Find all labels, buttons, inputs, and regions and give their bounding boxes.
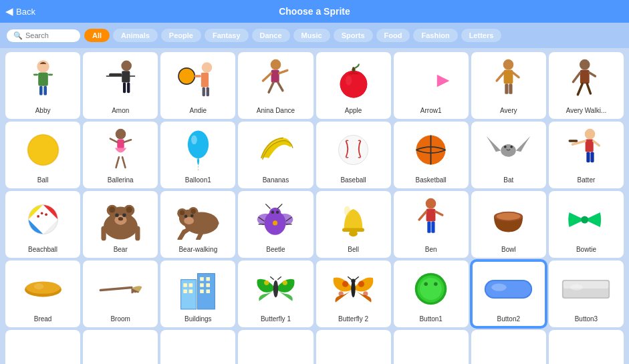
sprite-card[interactable]: Bowl xyxy=(471,191,546,258)
sprite-card[interactable] xyxy=(83,330,158,364)
sprite-card[interactable]: Bell xyxy=(316,191,391,258)
filter-btn-animals[interactable]: Animals xyxy=(113,29,158,42)
svg-point-6 xyxy=(121,61,132,71)
sprite-card[interactable]: Button3 xyxy=(549,260,624,327)
svg-rect-19 xyxy=(271,69,279,82)
sprite-card[interactable] xyxy=(316,330,391,364)
sprite-label: Ballerina xyxy=(87,176,154,184)
sprite-card[interactable]: Broom xyxy=(83,260,158,327)
sprite-label: Bowtie xyxy=(553,246,620,253)
svg-line-113 xyxy=(419,212,426,220)
svg-rect-11 xyxy=(127,83,130,94)
filter-bar: 🔍 AllAnimalsPeopleFantasyDanceMusicSport… xyxy=(0,23,629,48)
svg-point-77 xyxy=(115,213,118,216)
sprite-card[interactable]: Abby xyxy=(5,52,80,119)
svg-point-18 xyxy=(271,59,281,70)
svg-point-119 xyxy=(581,216,588,223)
sprite-card[interactable]: Ballerina xyxy=(83,122,158,188)
search-box[interactable]: 🔍 xyxy=(7,29,80,42)
sprite-card[interactable]: Bowtie xyxy=(549,191,624,258)
sprite-card[interactable]: Buildings xyxy=(160,260,235,327)
svg-point-75 xyxy=(126,206,132,212)
sprite-card[interactable]: Arrow1 xyxy=(394,52,469,119)
svg-point-48 xyxy=(188,130,209,158)
sprite-card[interactable]: Amon xyxy=(83,52,158,119)
sprite-image xyxy=(164,56,231,105)
sprite-card[interactable]: Bat xyxy=(471,122,546,188)
sprite-card[interactable]: Beachball xyxy=(5,191,80,258)
sprite-label: Baseball xyxy=(320,176,387,184)
sprite-card[interactable]: Avery xyxy=(471,52,546,119)
sprite-card[interactable]: Balloon1 xyxy=(160,122,235,188)
search-input[interactable] xyxy=(25,31,72,39)
sprite-image xyxy=(9,195,76,244)
svg-rect-135 xyxy=(207,283,211,287)
filter-btn-sports[interactable]: Sports xyxy=(334,29,373,42)
sprite-card[interactable]: Ball xyxy=(5,122,80,188)
sprite-card[interactable]: Beetle xyxy=(238,191,313,258)
sprite-card[interactable]: Anina Dance xyxy=(238,52,313,119)
svg-point-122 xyxy=(33,283,43,289)
sprite-card[interactable]: Batter xyxy=(549,122,624,188)
sprite-label: Balloon1 xyxy=(164,176,231,184)
filter-btn-fantasy[interactable]: Fantasy xyxy=(205,29,249,42)
svg-point-143 xyxy=(283,281,287,285)
svg-line-37 xyxy=(590,73,596,76)
sprite-card[interactable]: Butterfly 1 xyxy=(238,260,313,327)
svg-point-12 xyxy=(202,62,213,73)
sprite-card[interactable]: Andie xyxy=(160,52,235,119)
sprite-image xyxy=(475,264,542,313)
svg-rect-2 xyxy=(33,73,37,75)
sprite-card[interactable]: Bear-walking xyxy=(160,191,235,258)
sprite-card[interactable]: Butterfly 2 xyxy=(316,260,391,327)
sprite-image xyxy=(398,126,465,174)
sprite-image xyxy=(398,56,465,105)
svg-line-102 xyxy=(278,204,283,208)
svg-point-69 xyxy=(45,213,47,216)
svg-rect-162 xyxy=(563,281,609,288)
sprite-card[interactable]: Ben xyxy=(394,191,469,258)
back-button[interactable]: ◀ Back xyxy=(5,5,35,17)
sprite-label: Butterfly 2 xyxy=(320,315,387,323)
svg-line-39 xyxy=(588,83,591,94)
filter-btn-all[interactable]: All xyxy=(84,29,110,42)
filter-btn-letters[interactable]: Letters xyxy=(461,29,502,42)
svg-line-44 xyxy=(110,139,117,142)
filter-btn-music[interactable]: Music xyxy=(293,29,330,42)
sprite-card[interactable] xyxy=(394,330,469,364)
svg-point-88 xyxy=(184,216,194,224)
sprite-card[interactable] xyxy=(5,330,80,364)
sprite-card[interactable]: Bread xyxy=(5,260,80,327)
svg-line-141 xyxy=(277,277,281,280)
sprite-card[interactable]: Apple xyxy=(316,52,391,119)
sprite-grid-container[interactable]: Abby Amon Andie Anina Dance Apple Arrow1 xyxy=(0,48,629,364)
filter-btn-food[interactable]: Food xyxy=(376,29,410,42)
sprite-card[interactable]: Button2 xyxy=(471,260,546,327)
filter-btn-fashion[interactable]: Fashion xyxy=(413,29,457,42)
svg-point-27 xyxy=(346,75,352,85)
sprite-card[interactable] xyxy=(471,330,546,364)
svg-point-87 xyxy=(191,208,195,213)
sprite-image xyxy=(164,126,231,174)
sprite-image xyxy=(475,126,542,174)
sprite-card[interactable]: Bananas xyxy=(238,122,313,188)
svg-point-67 xyxy=(37,215,39,218)
sprite-card[interactable] xyxy=(549,330,624,364)
filter-btn-dance[interactable]: Dance xyxy=(252,29,290,42)
filter-btn-people[interactable]: People xyxy=(161,29,201,42)
sprite-card[interactable]: Basketball xyxy=(394,122,469,188)
sprite-card[interactable] xyxy=(238,330,313,364)
sprite-card[interactable]: Button1 xyxy=(394,260,469,327)
sprite-label: Bear-walking xyxy=(164,246,231,253)
svg-point-163 xyxy=(571,284,584,290)
sprite-card[interactable]: Bear xyxy=(83,191,158,258)
sprite-card[interactable]: Baseball xyxy=(316,122,391,188)
sprite-image xyxy=(87,195,154,244)
sprite-label: Buildings xyxy=(164,315,231,323)
svg-rect-61 xyxy=(569,140,578,142)
sprite-card[interactable] xyxy=(160,330,235,364)
sprite-image xyxy=(87,56,154,105)
sprite-label: Basketball xyxy=(398,176,465,184)
svg-rect-3 xyxy=(47,73,52,75)
sprite-card[interactable]: Avery Walki... xyxy=(549,52,624,119)
